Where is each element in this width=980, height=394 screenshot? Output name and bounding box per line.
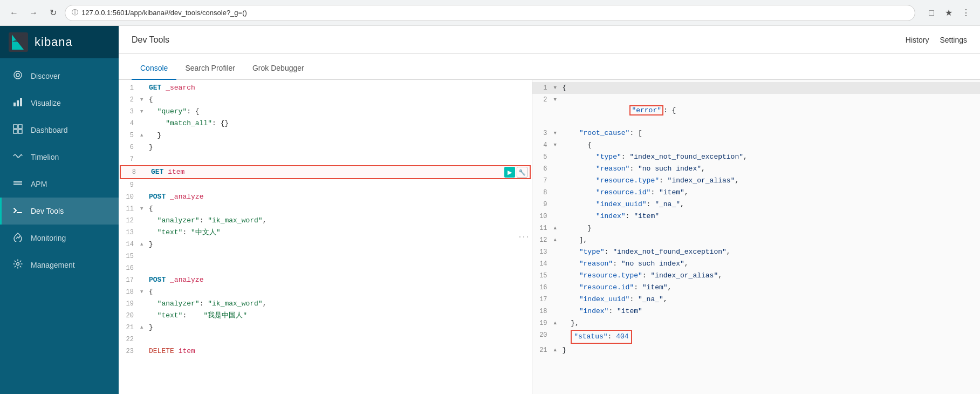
drag-handle[interactable]: ⋮ <box>517 229 532 244</box>
out-num-21: 21 <box>532 345 554 356</box>
kibana-logo-icon <box>9 32 28 52</box>
sidebar-item-dashboard[interactable]: Dashboard <box>0 117 119 144</box>
menu-button[interactable]: ⋮ <box>958 5 974 21</box>
tab-grok-debugger[interactable]: Grok Debugger <box>244 57 313 80</box>
out-num-1: 1 <box>532 83 554 93</box>
sidebar-item-devtools[interactable]: Dev Tools <box>0 198 119 225</box>
back-button[interactable]: ← <box>6 5 22 21</box>
svg-point-3 <box>14 71 22 79</box>
code-line-3[interactable]: 3 ▼ "query": { <box>119 106 532 118</box>
line-num-22: 22 <box>119 334 140 345</box>
reload-button[interactable]: ↻ <box>45 5 60 21</box>
fold-3[interactable]: ▼ <box>140 106 149 117</box>
code-line-2[interactable]: 2 ▼ { <box>119 94 532 106</box>
code-line-14[interactable]: 14 ▲ } <box>119 239 532 250</box>
out-fold-12[interactable]: ▲ <box>554 235 563 246</box>
fold-13 <box>140 227 149 238</box>
apm-icon <box>12 178 23 190</box>
code-line-10[interactable]: 10 POST _analyze <box>119 191 532 203</box>
secure-icon: ⓘ <box>72 8 78 17</box>
out-num-5: 5 <box>532 152 554 162</box>
code-line-22[interactable]: 22 <box>119 334 532 345</box>
out-fold-19[interactable]: ▲ <box>554 318 563 329</box>
tab-console[interactable]: Console <box>132 57 176 80</box>
fold-11[interactable]: ▼ <box>140 203 149 214</box>
visualize-icon <box>12 97 23 109</box>
code-line-16[interactable]: 16 <box>119 262 532 274</box>
timelion-label: Timelion <box>31 153 59 161</box>
svg-rect-11 <box>18 130 22 133</box>
out-fold-2[interactable]: ▼ <box>554 94 563 105</box>
sidebar-item-apm[interactable]: APM <box>0 171 119 198</box>
code-line-7[interactable]: 7 <box>119 153 532 165</box>
code-line-15[interactable]: 15 <box>119 250 532 262</box>
code-line-8[interactable]: 8 GET item ▶ 🔧 <box>120 165 531 179</box>
run-button[interactable]: ▶ <box>504 167 515 178</box>
code-line-12[interactable]: 12 "analyzer": "ik_max_word", <box>119 215 532 227</box>
code-line-9[interactable]: 9 <box>119 179 532 191</box>
code-line-23[interactable]: 23 DELETE item <box>119 345 532 357</box>
code-line-4[interactable]: 4 "match_all": {} <box>119 118 532 130</box>
output-code-area[interactable]: 1 ▼ { 2 ▼ "error": { 3 <box>532 80 980 394</box>
line-content-1: GET _search <box>149 83 532 93</box>
line-num-1: 1 <box>119 83 140 93</box>
forward-button[interactable]: → <box>26 5 41 21</box>
sidebar-item-discover[interactable]: Discover <box>0 63 119 90</box>
fold-22 <box>140 334 149 345</box>
line-num-2: 2 <box>119 94 140 105</box>
fold-14[interactable]: ▲ <box>140 239 149 250</box>
sidebar-item-visualize[interactable]: Visualize <box>0 90 119 117</box>
fold-18[interactable]: ▼ <box>140 287 149 297</box>
out-content-16: "resource.id": "item", <box>563 282 980 293</box>
timelion-icon <box>12 151 23 163</box>
screenshot-button[interactable]: □ <box>924 5 939 21</box>
line-num-10: 10 <box>119 192 140 202</box>
line-content-17: POST _analyze <box>149 275 532 286</box>
fold-5[interactable]: ▲ <box>140 130 149 141</box>
line-num-12: 12 <box>119 215 140 226</box>
settings-button[interactable]: 🔧 <box>517 167 527 178</box>
input-code-area[interactable]: 1 GET _search 2 ▼ { 3 ▼ "query": <box>119 80 532 394</box>
bookmark-button[interactable]: ★ <box>941 5 956 21</box>
out-fold-3[interactable]: ▼ <box>554 128 563 139</box>
code-line-11[interactable]: 11 ▼ { <box>119 203 532 215</box>
out-num-19: 19 <box>532 318 554 329</box>
out-fold-1[interactable]: ▼ <box>554 83 563 93</box>
out-fold-4[interactable]: ▼ <box>554 140 563 151</box>
line-num-23: 23 <box>119 346 140 357</box>
sidebar-logo: kibana <box>0 26 119 58</box>
fold-2[interactable]: ▼ <box>140 94 149 105</box>
sidebar-item-management[interactable]: Management <box>0 252 119 278</box>
code-line-6[interactable]: 6 } <box>119 141 532 153</box>
code-line-20[interactable]: 20 "text": "我是中国人" <box>119 310 532 322</box>
code-line-19[interactable]: 19 "analyzer": "ik_max_word", <box>119 298 532 310</box>
code-line-21[interactable]: 21 ▲ } <box>119 322 532 334</box>
line-content-4: "match_all": {} <box>149 118 532 129</box>
svg-point-4 <box>16 73 19 77</box>
fold-21[interactable]: ▲ <box>140 322 149 333</box>
code-line-13[interactable]: 13 "text": "中文人" <box>119 227 532 239</box>
tab-search-profiler[interactable]: Search Profiler <box>176 57 244 80</box>
settings-link[interactable]: Settings <box>940 36 967 44</box>
code-line-5[interactable]: 5 ▲ } <box>119 130 532 141</box>
line-content-13: "text": "中文人" <box>149 227 532 238</box>
app: kibana Discover Visualize Dashboard <box>0 26 980 394</box>
history-link[interactable]: History <box>906 36 929 44</box>
out-content-15: "resource.type": "index_or_alias", <box>563 270 980 281</box>
visualize-label: Visualize <box>31 99 61 107</box>
address-bar[interactable]: ⓘ 127.0.0.1:5601/app/kibana#/dev_tools/c… <box>65 5 915 21</box>
line-num-15: 15 <box>119 251 140 262</box>
out-fold-21[interactable]: ▲ <box>554 345 563 356</box>
out-content-11: } <box>563 223 980 234</box>
code-line-17[interactable]: 17 POST _analyze <box>119 274 532 286</box>
line-num-17: 17 <box>119 275 140 286</box>
management-icon <box>12 259 23 271</box>
out-fold-11[interactable]: ▲ <box>554 223 563 234</box>
sidebar-item-monitoring[interactable]: Monitoring <box>0 225 119 252</box>
sidebar-item-timelion[interactable]: Timelion <box>0 144 119 171</box>
fold-4 <box>140 118 149 129</box>
code-line-18[interactable]: 18 ▼ { <box>119 286 532 298</box>
devtools-header: Dev Tools History Settings <box>119 26 980 54</box>
out-num-9: 9 <box>532 199 554 210</box>
code-line-1[interactable]: 1 GET _search <box>119 82 532 94</box>
